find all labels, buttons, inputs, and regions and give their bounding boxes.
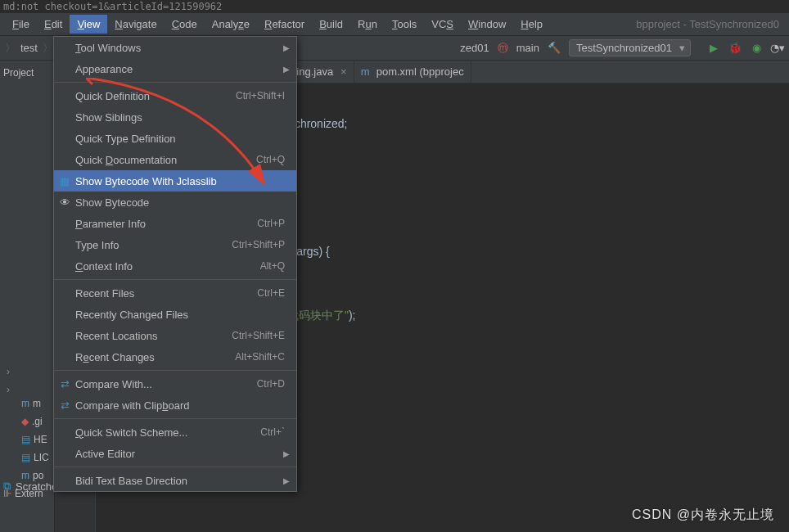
shortcut-label: Ctrl+Shift+E bbox=[232, 330, 285, 341]
menu-item-label: Bidi Text Base Direction bbox=[75, 475, 187, 487]
shortcut-label: Ctrl+E bbox=[257, 287, 285, 299]
menu-item-quick-documentation[interactable]: Quick DocumentationCtrl+Q bbox=[54, 149, 296, 170]
shortcut-label: Ctrl+Shift+P bbox=[232, 239, 285, 250]
chevron-right-icon[interactable]: › bbox=[7, 363, 10, 381]
run-icon[interactable]: ▶ bbox=[707, 42, 720, 55]
menu-item-recent-locations[interactable]: Recent LocationsCtrl+Shift+E bbox=[54, 325, 296, 346]
menu-item-context-info[interactable]: Context InfoAlt+Q bbox=[54, 255, 296, 277]
menu-item-label: Recent Changes bbox=[75, 351, 155, 363]
menu-window[interactable]: Window bbox=[461, 15, 513, 34]
menu-code[interactable]: Code bbox=[165, 15, 205, 34]
chevron-right-icon: 〉 bbox=[5, 41, 16, 56]
menu-item-label: Recently Changed Files bbox=[75, 309, 188, 321]
submenu-arrow-icon: ▶ bbox=[283, 65, 290, 74]
shortcut-label: Ctrl+D bbox=[257, 378, 285, 390]
eye-icon: 👁 bbox=[58, 196, 71, 209]
menubar-project-label: bpproject - TestSynchronized0 bbox=[636, 18, 784, 30]
maven-icon: m bbox=[361, 65, 372, 77]
menu-item-quick-definition[interactable]: Quick DefinitionCtrl+Shift+I bbox=[54, 85, 296, 106]
shortcut-label: Ctrl+` bbox=[260, 426, 285, 438]
compare-icon: ⇄ bbox=[58, 377, 71, 390]
menu-item-type-info[interactable]: Type InfoCtrl+Shift+P bbox=[54, 234, 296, 255]
menu-item-compare-with-clipboard[interactable]: ⇄Compare with Clipboard bbox=[54, 394, 296, 416]
menu-analyze[interactable]: Analyze bbox=[205, 15, 257, 34]
shortcut-label: Ctrl+P bbox=[257, 218, 285, 229]
sidebar-item-label: .gi bbox=[32, 413, 43, 431]
maven-icon: m bbox=[21, 394, 29, 413]
menu-item-label: Quick Type Definition bbox=[75, 133, 176, 145]
menu-item-recently-changed-files[interactable]: Recently Changed Files bbox=[54, 304, 296, 325]
menu-item-label: Show Bytecode With Jclasslib bbox=[75, 175, 217, 187]
menu-item-parameter-info[interactable]: Parameter InfoCtrl+P bbox=[54, 213, 296, 234]
menu-item-label: Show Siblings bbox=[75, 111, 142, 124]
menubar: File Edit View Navigate Code Analyze Ref… bbox=[0, 13, 789, 36]
profile-icon[interactable]: ◔▾ bbox=[771, 42, 784, 55]
coverage-icon[interactable]: ◉ bbox=[750, 42, 763, 55]
watermark: CSDN @内卷永无止境 bbox=[632, 507, 774, 524]
menu-run[interactable]: Run bbox=[350, 15, 385, 34]
file-icon: ▤ bbox=[21, 449, 30, 467]
chevron-right-icon[interactable]: › bbox=[7, 381, 10, 399]
module-icon: ⓜ bbox=[498, 41, 508, 56]
run-config-area: zed01 ⓜ main 🔨 TestSynchronized01 ▶ 🐞 ◉ … bbox=[460, 39, 784, 56]
bytecode-icon: ▦ bbox=[58, 174, 71, 187]
file-icon: ▤ bbox=[21, 431, 30, 449]
menu-item-label: Show Bytecode bbox=[75, 196, 149, 209]
menu-item-label: Quick Switch Scheme... bbox=[75, 426, 187, 439]
menu-item-compare-with-[interactable]: ⇄Compare With...Ctrl+D bbox=[54, 373, 296, 394]
menu-item-active-editor[interactable]: Active Editor▶ bbox=[54, 443, 296, 464]
menu-item-label: Quick Definition bbox=[75, 90, 150, 102]
module-name[interactable]: main bbox=[516, 42, 539, 54]
menu-item-label: Compare With... bbox=[75, 378, 152, 390]
menu-item-recent-files[interactable]: Recent FilesCtrl+E bbox=[54, 282, 296, 304]
run-config-combo[interactable]: TestSynchronized01 bbox=[569, 39, 691, 56]
menu-item-show-siblings[interactable]: Show Siblings bbox=[54, 106, 296, 128]
menu-item-show-bytecode[interactable]: 👁Show Bytecode bbox=[54, 192, 296, 213]
submenu-arrow-icon: ▶ bbox=[283, 476, 290, 485]
menu-item-label: Type Info bbox=[75, 239, 119, 251]
sidebar-item-label: LIC bbox=[34, 449, 49, 467]
editor-tab[interactable]: m pom.xml (bpprojec bbox=[354, 60, 471, 83]
submenu-arrow-icon: ▶ bbox=[283, 449, 290, 458]
shortcut-label: Alt+Q bbox=[260, 260, 285, 272]
debug-icon[interactable]: 🐞 bbox=[728, 42, 742, 55]
menu-item-label: Appearance bbox=[75, 63, 133, 75]
menu-item-quick-type-definition[interactable]: Quick Type Definition bbox=[54, 128, 296, 149]
menu-item-label: Quick Documentation bbox=[75, 154, 177, 166]
menu-vcs[interactable]: VCS bbox=[424, 15, 461, 34]
menu-item-appearance[interactable]: Appearance▶ bbox=[54, 58, 296, 79]
breadcrumb[interactable]: 〉 test 〉 bbox=[5, 41, 53, 56]
project-panel-label[interactable]: Project bbox=[3, 67, 34, 79]
menu-tools[interactable]: Tools bbox=[385, 15, 424, 34]
menu-help[interactable]: Help bbox=[513, 15, 550, 34]
view-menu-dropdown: Tool Windows▶Appearance▶Quick Definition… bbox=[53, 36, 297, 492]
menu-item-recent-changes[interactable]: Recent ChangesAlt+Shift+C bbox=[54, 346, 296, 367]
breadcrumb-item[interactable]: test bbox=[20, 42, 38, 54]
menu-edit[interactable]: Edit bbox=[37, 15, 70, 34]
sidebar-item-label: HE bbox=[34, 431, 47, 449]
shortcut-label: Ctrl+Shift+I bbox=[236, 90, 285, 101]
scratches-icon: ⧉ bbox=[3, 480, 11, 493]
tab-label: pom.xml (bpprojec bbox=[376, 65, 464, 78]
shortcut-label: Ctrl+Q bbox=[256, 154, 285, 165]
menu-item-label: Tool Windows bbox=[75, 42, 141, 54]
menu-item-show-bytecode-with-jclasslib[interactable]: ▦Show Bytecode With Jclasslib bbox=[54, 170, 296, 192]
menu-refactor[interactable]: Refactor bbox=[257, 15, 312, 34]
module-suffix: zed01 bbox=[460, 42, 489, 54]
menu-item-label: Recent Files bbox=[75, 287, 134, 300]
menu-view[interactable]: View bbox=[70, 15, 107, 34]
os-titlebar: md:not checkout=1&articleId=121590962 bbox=[0, 0, 789, 13]
menu-item-label: Compare with Clipboard bbox=[75, 399, 189, 412]
menu-file[interactable]: File bbox=[5, 15, 37, 34]
menu-item-tool-windows[interactable]: Tool Windows▶ bbox=[54, 37, 296, 58]
menu-item-label: Context Info bbox=[75, 260, 133, 273]
menu-item-quick-switch-scheme-[interactable]: Quick Switch Scheme...Ctrl+` bbox=[54, 422, 296, 443]
hammer-icon[interactable]: 🔨 bbox=[548, 42, 561, 55]
menu-item-bidi-text-base-direction[interactable]: Bidi Text Base Direction▶ bbox=[54, 470, 296, 491]
menu-navigate[interactable]: Navigate bbox=[107, 15, 164, 34]
close-icon[interactable]: × bbox=[340, 65, 347, 78]
menu-build[interactable]: Build bbox=[312, 15, 350, 34]
chevron-right-icon: 〉 bbox=[43, 41, 53, 56]
project-sidebar[interactable]: Project › › m m ◆ .gi ▤ HE ▤ LIC m po ⊪ … bbox=[0, 61, 55, 532]
menu-item-label: Parameter Info bbox=[75, 218, 146, 230]
